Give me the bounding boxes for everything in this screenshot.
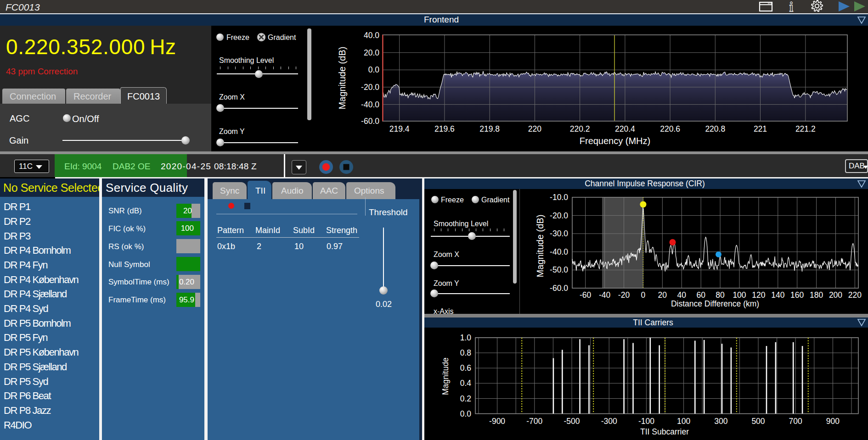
svg-text:220.4: 220.4: [615, 124, 635, 134]
svg-text:700: 700: [789, 417, 802, 426]
svg-text:220: 220: [528, 124, 541, 134]
svg-text:60: 60: [696, 290, 705, 300]
svg-text:i: i: [789, 0, 793, 14]
svg-text:-500: -500: [564, 417, 580, 426]
svg-text:-900: -900: [489, 417, 505, 426]
svg-text:221: 221: [754, 124, 767, 134]
svg-text:-60: -60: [580, 290, 592, 300]
svg-text:Magnitude (dB): Magnitude (dB): [337, 47, 347, 110]
svg-text:TII Subcarrier: TII Subcarrier: [640, 427, 689, 436]
svg-text:-100: -100: [638, 417, 654, 426]
svg-text:-60.0: -60.0: [550, 284, 568, 293]
svg-text:-700: -700: [526, 417, 542, 426]
svg-text:-40.0: -40.0: [550, 247, 568, 256]
svg-text:-300: -300: [601, 417, 617, 426]
svg-text:0.0: 0.0: [368, 65, 380, 74]
svg-text:100: 100: [733, 290, 746, 300]
svg-text:0.0: 0.0: [460, 409, 472, 418]
svg-text:-40: -40: [599, 290, 611, 300]
svg-text:-20.0: -20.0: [550, 211, 568, 220]
svg-text:500: 500: [751, 417, 765, 426]
svg-text:-10.0: -10.0: [550, 193, 568, 202]
svg-text:20: 20: [658, 290, 667, 300]
svg-text:40: 40: [677, 290, 686, 300]
svg-text:Frequency (MHz): Frequency (MHz): [580, 136, 650, 146]
svg-text:140: 140: [771, 290, 784, 300]
svg-text:20.0: 20.0: [364, 48, 379, 57]
svg-text:-20: -20: [618, 290, 630, 300]
svg-text:100: 100: [677, 417, 690, 426]
svg-text:0.6: 0.6: [460, 363, 471, 373]
svg-text:-20.0: -20.0: [361, 83, 379, 92]
svg-text:0.8: 0.8: [460, 348, 471, 357]
svg-text:0.2: 0.2: [460, 394, 471, 403]
svg-text:220.2: 220.2: [570, 124, 590, 134]
svg-text:0: 0: [641, 290, 646, 300]
svg-text:80: 80: [716, 290, 725, 300]
svg-text:-50.0: -50.0: [550, 265, 568, 274]
svg-text:219.8: 219.8: [479, 124, 500, 134]
svg-text:-40.0: -40.0: [361, 100, 379, 109]
svg-text:Magnitude (dB): Magnitude (dB): [535, 215, 545, 278]
svg-text:200: 200: [829, 290, 842, 300]
svg-text:220: 220: [848, 290, 862, 300]
svg-text:220.8: 220.8: [705, 124, 725, 134]
svg-text:0.4: 0.4: [460, 379, 472, 388]
svg-text:-60.0: -60.0: [361, 117, 379, 126]
svg-text:Magnitude: Magnitude: [441, 357, 450, 395]
svg-text:Distance Difference (km): Distance Difference (km): [671, 299, 759, 308]
svg-text:219.6: 219.6: [434, 124, 455, 134]
svg-text:220.6: 220.6: [660, 124, 680, 134]
svg-text:300: 300: [714, 417, 727, 426]
svg-text:221.2: 221.2: [795, 124, 816, 134]
svg-text:40.0: 40.0: [364, 31, 379, 40]
svg-text:180: 180: [810, 290, 823, 300]
svg-text:1.0: 1.0: [460, 333, 472, 342]
svg-text:-30.0: -30.0: [550, 229, 568, 238]
svg-text:160: 160: [790, 290, 804, 300]
svg-text:219.4: 219.4: [389, 124, 410, 134]
svg-text:120: 120: [752, 290, 765, 300]
svg-text:900: 900: [826, 417, 840, 426]
